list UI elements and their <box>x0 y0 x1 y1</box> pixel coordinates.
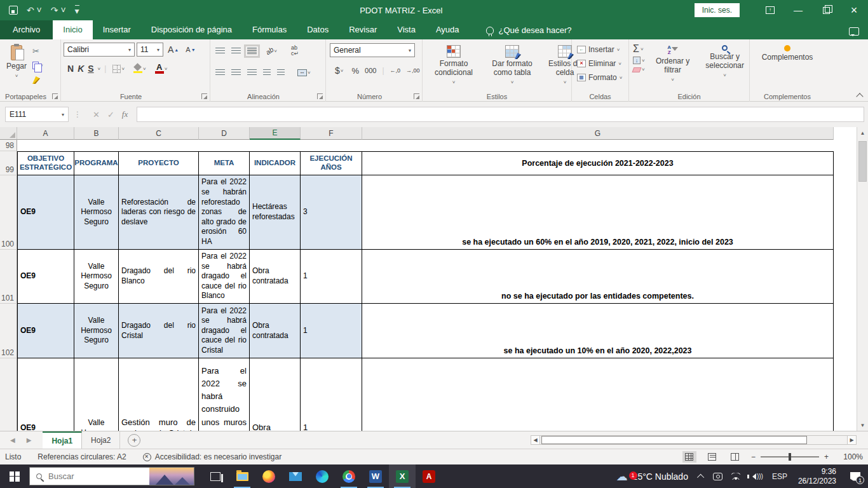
column-header-c[interactable]: C <box>119 127 199 140</box>
fill-color-button[interactable]: ˅ <box>131 62 149 76</box>
cell-a101[interactable]: OE9 <box>17 250 74 304</box>
clear-button[interactable]: ˅ <box>633 67 645 72</box>
cell-e101[interactable]: Obra contratada <box>250 250 301 304</box>
italic-button[interactable]: K <box>78 64 84 74</box>
paste-button[interactable]: Pegar ˅ <box>3 43 31 90</box>
word-button[interactable]: W <box>362 464 389 488</box>
accounting-format-button[interactable]: $˅ <box>332 64 346 78</box>
zoom-slider[interactable] <box>761 456 819 458</box>
tab-inicio[interactable]: Inicio <box>53 20 92 39</box>
cell-c100[interactable]: Reforestación de laderas con riesgo de d… <box>119 175 199 250</box>
cell-g102[interactable]: se ha ejecutado un 10% en el año 2020, 2… <box>362 304 834 358</box>
chrome-button[interactable] <box>336 464 362 488</box>
cell-f100[interactable]: 3 <box>301 175 362 250</box>
cell-c102[interactable]: Dragado del rio Cristal <box>119 304 199 358</box>
increase-indent-button[interactable] <box>277 69 285 76</box>
align-top-button[interactable] <box>215 48 225 55</box>
cancel-entry-icon[interactable]: ✕ <box>93 110 100 119</box>
align-left-button[interactable] <box>215 69 225 76</box>
cell-g100[interactable]: se ha ejecutado un 60% en el año 2019, 2… <box>362 175 834 250</box>
confirm-entry-icon[interactable]: ✓ <box>107 110 114 119</box>
comments-icon[interactable] <box>849 27 859 36</box>
page-break-view-button[interactable] <box>728 451 742 463</box>
zoom-slider-handle[interactable] <box>789 453 791 461</box>
scroll-down-icon[interactable]: ▼ <box>857 419 868 431</box>
orientation-button[interactable]: ab˅ <box>263 44 280 58</box>
zoom-in-icon[interactable]: + <box>824 452 829 461</box>
sheet-nav-right-icon[interactable]: ▶ <box>27 437 32 444</box>
undo-icon[interactable]: ↶ ˅ <box>27 6 42 15</box>
meet-now-button[interactable] <box>709 464 727 488</box>
scroll-right-icon[interactable]: ▶ <box>847 435 857 445</box>
number-format-combobox[interactable]: General▾ <box>330 43 415 57</box>
column-header-a[interactable]: A <box>17 127 74 140</box>
tab-disposicion[interactable]: Disposición de página <box>141 20 242 39</box>
header-porcentaje[interactable]: Porcentaje de ejecución 2021-2022-2023 <box>362 151 834 175</box>
decrease-indent-button[interactable] <box>263 69 271 76</box>
volume-button[interactable]: ))) <box>745 464 768 488</box>
zoom-out-icon[interactable]: − <box>751 452 756 461</box>
select-all-corner[interactable] <box>0 127 17 140</box>
restore-button[interactable] <box>812 0 840 20</box>
dialog-launcher-icon[interactable] <box>317 93 323 99</box>
show-hidden-icons-button[interactable] <box>695 464 709 488</box>
header-meta[interactable]: META <box>199 151 250 175</box>
cell-f101[interactable]: 1 <box>301 250 362 304</box>
cell-e102[interactable]: Obra contratada <box>250 304 301 358</box>
cell-a100[interactable]: OE9 <box>17 175 74 250</box>
sheet-nav-left-icon[interactable]: ◀ <box>10 437 15 444</box>
tab-ayuda[interactable]: Ayuda <box>426 20 470 39</box>
row-header-102[interactable]: 102 <box>0 304 17 358</box>
file-explorer-button[interactable] <box>229 464 255 488</box>
name-box[interactable]: E111 ▾ <box>5 107 69 122</box>
horizontal-scrollbar-thumb[interactable] <box>541 436 807 444</box>
status-accessibility[interactable]: Accesibilidad: es necesario investigar <box>155 452 281 461</box>
font-name-combobox[interactable]: Calibri▾ <box>64 43 135 57</box>
scroll-up-icon[interactable]: ▲ <box>857 127 868 139</box>
vertical-scrollbar-thumb[interactable] <box>858 141 867 182</box>
increase-decimal-button[interactable]: ←,0 <box>390 68 401 74</box>
format-painter-button[interactable] <box>31 73 45 87</box>
column-header-f[interactable]: F <box>301 127 362 140</box>
find-select-button[interactable]: Buscar y seleccionar ˅ <box>697 43 753 90</box>
align-right-button[interactable] <box>247 69 257 76</box>
align-middle-button[interactable] <box>231 48 241 55</box>
excel-button[interactable]: X <box>389 464 416 488</box>
search-input[interactable] <box>48 471 125 481</box>
insert-cells-button[interactable]: ← Insertar˅ <box>574 43 626 57</box>
cell-b102[interactable]: Valle Hermoso Seguro <box>74 304 119 358</box>
taskbar-search-box[interactable] <box>29 467 194 485</box>
acrobat-button[interactable]: A <box>416 464 442 488</box>
sign-in-button[interactable]: Inic. ses. <box>695 3 740 17</box>
copy-button[interactable]: ˅ <box>31 58 45 72</box>
dialog-launcher-icon[interactable] <box>52 93 58 99</box>
percent-style-button[interactable]: % <box>351 66 359 76</box>
clock[interactable]: 9:36 26/12/2023 <box>792 467 843 486</box>
sort-filter-button[interactable]: AZ Ordenar y filtrar ˅ <box>649 43 697 90</box>
formula-bar-grip[interactable]: ⋮ <box>74 110 81 119</box>
dialog-launcher-icon[interactable] <box>201 93 207 99</box>
row-header-100[interactable]: 100 <box>0 175 17 250</box>
tab-insertar[interactable]: Insertar <box>93 20 141 39</box>
notification-center-button[interactable]: 1 <box>843 464 868 488</box>
header-objetivo[interactable]: OBJETIVO ESTRATÉGICO <box>17 151 74 175</box>
row-header-103[interactable] <box>0 358 17 431</box>
start-button[interactable] <box>0 464 29 488</box>
merge-center-button[interactable]: ˅ <box>295 65 313 79</box>
grow-font-button[interactable]: A▲ <box>165 43 181 57</box>
sheet-tab-hoja2[interactable]: Hoja2 <box>82 431 120 449</box>
decrease-decimal-button[interactable]: →,00 <box>406 68 420 74</box>
header-indicador[interactable]: INDICADOR <box>250 151 301 175</box>
cell-c101[interactable]: Dragado del rio Blanco <box>119 250 199 304</box>
fill-button[interactable]: ↓˅ <box>633 57 645 64</box>
insert-function-icon[interactable]: fx <box>122 109 128 119</box>
row-header-101[interactable]: 101 <box>0 250 17 304</box>
name-box-dropdown-icon[interactable]: ▾ <box>62 112 64 118</box>
customize-quick-access-icon[interactable]: ▾ <box>75 5 79 15</box>
horizontal-scrollbar[interactable]: ◀ ▶ <box>531 435 857 445</box>
wrap-text-button[interactable]: abc↵ <box>291 45 299 57</box>
tab-archivo[interactable]: Archivo <box>0 20 53 39</box>
cell-d102[interactable]: Para el 2022 se habrá dragado el cauce d… <box>199 304 250 358</box>
firefox-button[interactable] <box>255 464 282 488</box>
collapse-ribbon-icon[interactable] <box>857 92 863 98</box>
